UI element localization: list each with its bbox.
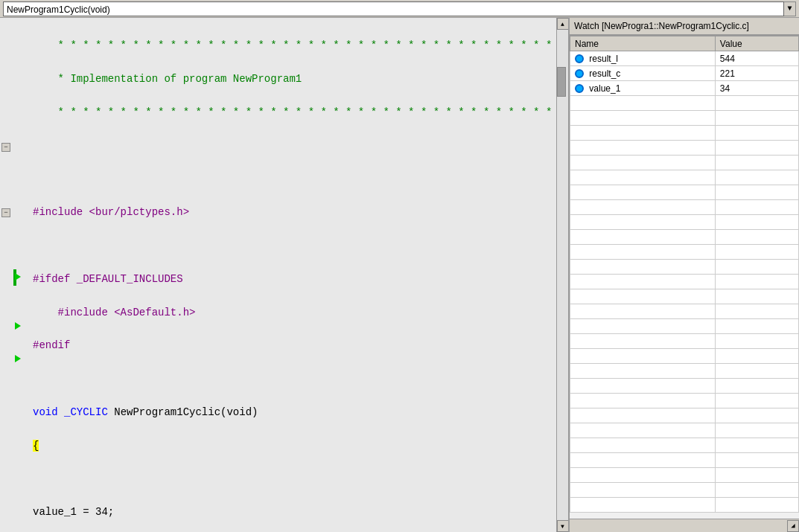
watch-col-name: Name — [570, 36, 716, 51]
collapse-function[interactable]: − — [1, 208, 10, 217]
scroll-up-arrow[interactable]: ▲ — [557, 18, 569, 30]
watch-row-empty-21 — [570, 394, 799, 408]
watch-row-result-c[interactable]: result_c 221 — [570, 66, 799, 81]
watch-row-empty-15 — [570, 304, 799, 319]
resize-corner[interactable]: ◢ — [787, 520, 799, 532]
watch-row-empty-4 — [570, 141, 799, 156]
watch-cell-value-result-l: 544 — [715, 51, 798, 66]
code-line-4 — [33, 138, 550, 154]
watch-table-header-row: Name Value — [570, 36, 799, 51]
watch-icon-result-l — [575, 54, 584, 63]
code-editor[interactable]: * * * * * * * * * * * * * * * * * * * * … — [27, 18, 556, 532]
line-arrow-2 — [15, 322, 21, 330]
code-line-brace-open: { — [33, 438, 550, 454]
scroll-down-arrow[interactable]: ▼ — [557, 520, 569, 532]
code-line-8 — [33, 471, 550, 487]
code-line-7 — [33, 371, 550, 387]
watch-cell-name-result-l: result_l — [570, 51, 716, 66]
watch-header: Watch [NewProgra1::NewProgram1Cyclic.c] — [570, 18, 799, 36]
vertical-scrollbar[interactable]: ▲ ▼ — [556, 18, 568, 532]
main-area: − − * * * * * * * * * * * * * * * * * * … — [0, 18, 799, 532]
watch-cell-name-value-1: value_1 — [570, 81, 716, 96]
watch-row-value-1[interactable]: value_1 34 — [570, 81, 799, 96]
code-line-6 — [33, 237, 550, 254]
watch-panel: Watch [NewProgra1::NewProgram1Cyclic.c] … — [568, 18, 799, 532]
watch-row-result-l[interactable]: result_l 544 — [570, 51, 799, 66]
watch-row-empty-20 — [570, 379, 799, 394]
watch-cell-value-value-1: 34 — [715, 81, 798, 96]
top-bar: NewProgram1Cyclic(void) ▼ — [0, 0, 799, 18]
watch-row-empty-1 — [570, 96, 799, 111]
watch-row-empty-24 — [570, 438, 799, 453]
watch-row-empty-5 — [570, 156, 799, 170]
code-line-ifdef: #ifdef _DEFAULT_INCLUDES — [33, 271, 550, 287]
watch-bottom-bar: ◢ — [570, 519, 799, 532]
watch-cell-value-result-c: 221 — [715, 66, 798, 81]
watch-cell-name-result-c: result_c — [570, 66, 716, 81]
watch-row-empty-6 — [570, 170, 799, 185]
watch-row-empty-2 — [570, 111, 799, 126]
watch-table: Name Value result_l 544 result_c — [570, 36, 799, 513]
watch-row-empty-11 — [570, 245, 799, 260]
code-line-endif: #endif — [33, 337, 550, 353]
watch-row-empty-22 — [570, 408, 799, 423]
scroll-thumb[interactable] — [557, 67, 566, 97]
code-line-1: * * * * * * * * * * * * * * * * * * * * … — [33, 37, 550, 54]
watch-row-empty-25 — [570, 453, 799, 468]
code-line-5 — [33, 171, 550, 188]
breakpoint-area — [13, 18, 27, 532]
watch-row-empty-18 — [570, 349, 799, 364]
watch-row-empty-9 — [570, 215, 799, 230]
watch-row-empty-10 — [570, 230, 799, 245]
watch-col-value: Value — [715, 36, 798, 51]
code-line-2: * Implementation of program NewProgram1 — [33, 71, 550, 87]
watch-row-empty-16 — [570, 319, 799, 334]
watch-icon-result-c — [575, 69, 584, 78]
watch-row-empty-12 — [570, 260, 799, 275]
title-dropdown[interactable]: ▼ — [784, 1, 796, 16]
code-line-include2: #include <AsDefault.h> — [33, 304, 550, 321]
code-line-funcdecl: void _CYCLIC NewProgram1Cyclic(void) — [33, 404, 550, 420]
line-arrow-3 — [15, 355, 21, 362]
left-gutter: − − — [0, 18, 13, 532]
watch-row-empty-14 — [570, 289, 799, 304]
watch-row-empty-13 — [570, 275, 799, 289]
watch-row-empty-27 — [570, 483, 799, 498]
code-panel: − − * * * * * * * * * * * * * * * * * * … — [0, 18, 568, 532]
code-line-3: * * * * * * * * * * * * * * * * * * * * … — [33, 104, 550, 121]
file-title: NewProgram1Cyclic(void) — [3, 1, 784, 16]
watch-row-empty-28 — [570, 498, 799, 513]
watch-icon-value-1 — [575, 84, 584, 93]
watch-row-empty-17 — [570, 334, 799, 349]
watch-row-empty-23 — [570, 423, 799, 438]
collapse-ifdef[interactable]: − — [1, 143, 10, 152]
current-line-arrow — [15, 273, 21, 281]
watch-row-empty-8 — [570, 200, 799, 215]
code-line-value1: value_1 = 34; — [33, 504, 550, 520]
watch-row-empty-19 — [570, 364, 799, 379]
watch-row-empty-26 — [570, 468, 799, 483]
watch-row-empty-7 — [570, 185, 799, 200]
code-line-include1: #include <bur/plctypes.h> — [33, 204, 550, 220]
watch-row-empty-3 — [570, 126, 799, 141]
